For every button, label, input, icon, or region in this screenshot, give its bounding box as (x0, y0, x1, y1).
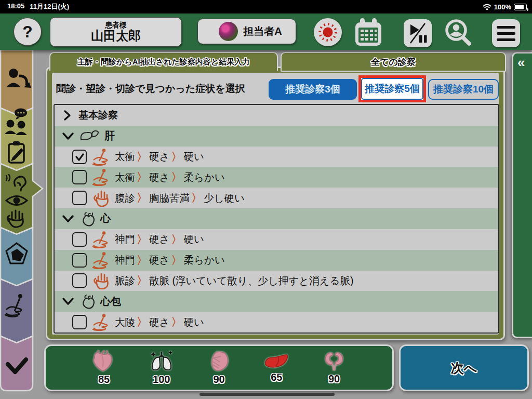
play-pause-button[interactable] (404, 19, 432, 47)
patient-name: 山田太郎 (91, 29, 141, 43)
staff-button[interactable]: 担当者A (197, 19, 296, 44)
patient-search-button[interactable] (442, 17, 474, 49)
checkbox-checked[interactable] (72, 150, 87, 164)
crumb-separator: 〉 (171, 170, 182, 184)
checkbox-unchecked[interactable] (72, 191, 87, 205)
header-bar: ? 患者様 山田太郎 担当者A (0, 14, 532, 50)
organ-score-liver: 65 (261, 352, 292, 383)
palm-hand-icon (92, 272, 111, 289)
exam-group-row[interactable]: 基本診察 (55, 105, 498, 126)
crumb-separator: 〉 (137, 232, 148, 247)
organ-score-value: 90 (328, 373, 340, 385)
liver-icon (264, 352, 289, 372)
recommend-10-button[interactable]: 推奨診察10個 (428, 79, 499, 100)
crumb-separator: 〉 (137, 315, 148, 329)
lungs-icon (149, 350, 174, 374)
needle-hand-icon (92, 313, 111, 331)
tab-all-exams[interactable]: 全ての診察 (281, 52, 506, 72)
organ-score-kidneys: 90 (318, 351, 350, 385)
crumb-separator: 〉 (137, 170, 148, 184)
exam-item-row[interactable]: 太衝〉硬さ〉硬い (55, 147, 498, 167)
organ-score-value: 90 (213, 374, 224, 385)
spleen-icon (208, 350, 231, 374)
calendar-icon (353, 17, 384, 47)
exam-section-row[interactable]: 心包 (55, 291, 498, 312)
patient-button[interactable]: 患者様 山田太郎 (50, 17, 182, 47)
hamburger-menu-button[interactable] (492, 19, 520, 47)
sidebar-item-five-elements[interactable] (1, 228, 33, 286)
organ-score-value: 100 (153, 374, 170, 385)
section-label: 肝 (104, 129, 115, 143)
red-sun-icon (316, 20, 340, 44)
checkbox-unchecked[interactable] (72, 232, 87, 247)
exam-item-label: 大陵〉硬さ〉硬い (115, 315, 204, 329)
app-root: 18:05 11月12日(火) 100% ? 患者様 山田太郎 担当者A (0, 0, 532, 399)
sidebar-item-listen-look-touch[interactable] (1, 164, 43, 234)
sidebar-item-acupuncture[interactable] (1, 279, 33, 343)
next-button[interactable]: 次へ (399, 344, 529, 391)
calendar-button[interactable] (353, 17, 384, 47)
group-label: 基本診察 (78, 109, 118, 122)
exam-section-row[interactable]: 肝 (55, 126, 498, 147)
kidneys-icon (322, 351, 346, 374)
chevron-right-icon[interactable] (62, 110, 72, 121)
home-indicator[interactable] (200, 393, 335, 396)
sidebar-item-patient-switch[interactable] (1, 50, 33, 115)
exam-item-label: 神門〉硬さ〉硬い (115, 232, 204, 247)
heart-icon (92, 350, 116, 374)
exam-item-label: 太衝〉硬さ〉硬い (115, 150, 204, 164)
hamburger-icon (497, 26, 515, 29)
heart-outline-icon (79, 293, 96, 310)
exam-item-row[interactable]: 大陵〉硬さ〉硬い (55, 312, 498, 332)
exam-item-row[interactable]: 腹診〉胸脇苦満〉少し硬い (55, 188, 498, 208)
staff-label: 担当者A (243, 24, 282, 38)
needle-hand-icon (92, 251, 111, 269)
organ-score-bar: 85100906590 (44, 344, 394, 391)
section-label: 心包 (100, 295, 121, 309)
checkbox-unchecked[interactable] (72, 315, 87, 329)
exam-section-row[interactable]: 心 (55, 208, 498, 229)
chevron-down-icon[interactable] (62, 214, 74, 224)
section-label: 心 (100, 211, 111, 225)
checkbox-unchecked[interactable] (72, 253, 87, 268)
help-button[interactable]: ? (14, 18, 42, 46)
status-date: 11月12日(火) (30, 2, 69, 11)
recommend-5-highlight[interactable]: 推奨診察5個 (358, 75, 426, 102)
recommend-3-button[interactable]: 推奨診察3個 (269, 79, 357, 100)
tab-ai-extracted-exams[interactable]: 主訴・問診からAI抽出された診察内容と結果入力 (49, 52, 278, 71)
wifi-icon (483, 4, 491, 10)
battery-icon (514, 4, 527, 10)
crumb-separator: 〉 (137, 273, 148, 288)
exam-item-label: 神門〉硬さ〉柔らかい (115, 253, 225, 268)
organ-score-spleen: 90 (204, 350, 235, 385)
recommend-5-button[interactable]: 推奨診察5個 (361, 78, 423, 100)
moxibustion-button[interactable] (314, 18, 342, 46)
person-search-icon (442, 17, 474, 49)
chevron-down-icon[interactable] (62, 296, 74, 307)
exam-item-row[interactable]: 脈診〉散脈 (浮いていて散り、少し押すと消える脈) (55, 271, 498, 291)
checkbox-unchecked[interactable] (72, 170, 87, 184)
exam-panel-content: 聞診・望診・切診で見つかった症状を選択 推奨診察3個 推奨診察5個 推奨診察10… (52, 73, 499, 335)
exam-list: 基本診察肝太衝〉硬さ〉硬い太衝〉硬さ〉柔らかい腹診〉胸脇苦満〉少し硬い心神門〉硬… (54, 104, 499, 334)
staff-avatar (219, 22, 238, 41)
liver-outline-icon (79, 129, 100, 143)
exam-item-row[interactable]: 神門〉硬さ〉硬い (55, 229, 498, 250)
battery-percent: 100% (494, 3, 511, 11)
organ-score-value: 85 (98, 374, 110, 385)
needle-hand-icon (92, 148, 111, 166)
sidebar-item-complete[interactable] (1, 336, 33, 391)
exam-item-label: 腹診〉胸脇苦満〉少し硬い (115, 191, 245, 205)
status-time: 18:05 (7, 2, 24, 11)
exam-item-row[interactable]: 太衝〉硬さ〉柔らかい (55, 167, 498, 188)
crumb-separator: 〉 (171, 253, 182, 268)
side-drawer-collapsed[interactable]: « (512, 52, 532, 338)
sidebar-item-interview[interactable] (1, 108, 33, 170)
crumb-separator: 〉 (171, 232, 182, 247)
organ-score-value: 65 (271, 371, 282, 383)
chevron-down-icon[interactable] (62, 131, 74, 141)
crumb-separator: 〉 (137, 150, 148, 164)
organ-score-heart: 85 (88, 350, 119, 385)
exam-item-row[interactable]: 神門〉硬さ〉柔らかい (55, 250, 498, 271)
checkbox-unchecked[interactable] (72, 273, 87, 288)
exam-item-label: 太衝〉硬さ〉柔らかい (115, 170, 225, 184)
